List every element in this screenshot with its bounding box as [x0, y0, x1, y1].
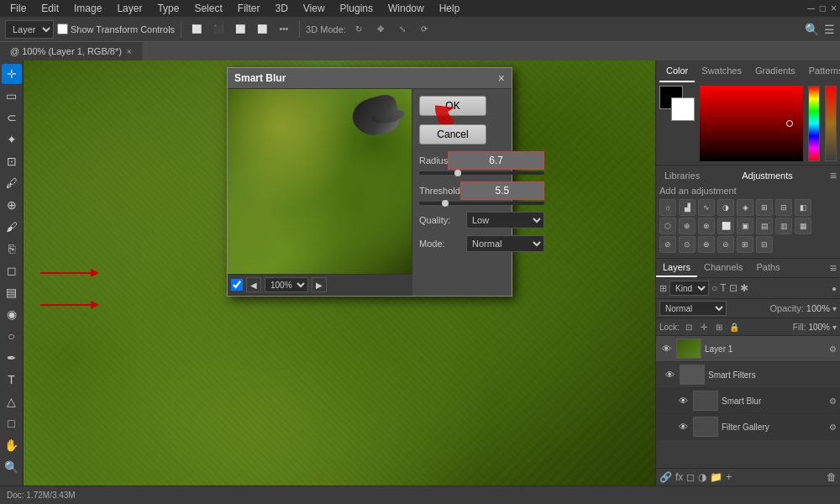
tab-gradients[interactable]: Gradients [748, 64, 802, 82]
crop-tool[interactable]: ⊡ [2, 151, 22, 171]
layer1-visibility-eye[interactable]: 👁 [659, 342, 673, 355]
zoom-tool[interactable]: 🔍 [2, 457, 22, 477]
filter-gallery-layer[interactable]: 👁 Filter Gallery ⚙ [656, 414, 840, 440]
extra-adj-1[interactable]: ⊘ [659, 236, 676, 253]
minimize-btn[interactable]: ─ [807, 3, 815, 14]
3d-roll-btn[interactable]: ⟳ [415, 20, 433, 39]
align-left-btn[interactable]: ⬜ [187, 20, 206, 39]
shape-tool[interactable]: □ [2, 413, 22, 433]
smart-filters-group[interactable]: 👁 Smart Filters [656, 362, 840, 388]
menu-3d[interactable]: 3D [268, 1, 294, 16]
channelmix-adj-icon[interactable]: ⊕ [679, 218, 696, 234]
menu-help[interactable]: Help [433, 1, 467, 16]
preview-next-btn[interactable]: ▶ [312, 277, 327, 292]
gradientmap-adj-icon[interactable]: ▥ [775, 218, 792, 234]
extra-adj-5[interactable]: ⊞ [737, 236, 753, 253]
filter-toggle[interactable]: ● [832, 284, 837, 293]
menu-edit[interactable]: Edit [34, 1, 66, 16]
document-tab[interactable]: @ 100% (Layer 1, RGB/8*) × [0, 42, 143, 60]
radius-slider[interactable] [419, 171, 544, 175]
distribute-btn[interactable]: ⬜ [253, 20, 271, 39]
radius-input[interactable] [448, 151, 544, 170]
threshold-adj-icon[interactable]: ▤ [756, 218, 773, 234]
menu-view[interactable]: View [297, 1, 332, 16]
tab-paths[interactable]: Paths [750, 259, 787, 277]
layer1-settings-icon[interactable]: ⚙ [829, 344, 837, 354]
tab-swatches[interactable]: Swatches [695, 64, 748, 82]
workspace-icon[interactable]: ☰ [824, 23, 835, 36]
dodge-tool[interactable]: ○ [2, 326, 22, 346]
blackwhite-adj-icon[interactable]: ◧ [795, 199, 811, 216]
menu-layer[interactable]: Layer [110, 1, 149, 16]
transform-controls-checkbox[interactable] [57, 24, 68, 34]
quality-select[interactable]: Low Medium High [466, 212, 544, 228]
tab-color[interactable]: Color [659, 64, 695, 82]
invert-adj-icon[interactable]: ⬜ [717, 218, 734, 234]
photofilt-adj-icon[interactable]: ⬡ [659, 218, 676, 234]
add-group-icon[interactable]: 📁 [710, 471, 722, 483]
align-right-btn[interactable]: ⬜ [231, 20, 249, 39]
more-btn[interactable]: ••• [275, 20, 293, 39]
preview-checkbox[interactable] [231, 279, 243, 291]
brush-tool[interactable]: 🖌 [2, 217, 22, 237]
align-center-btn[interactable]: ⬛ [209, 20, 228, 39]
move-tool[interactable]: ✛ [2, 64, 22, 84]
exposure-adj-icon[interactable]: ◑ [717, 199, 734, 216]
extra-adj-4[interactable]: ⊝ [717, 236, 734, 253]
tab-channels[interactable]: Channels [697, 259, 749, 277]
layers-panel-menu[interactable]: ≡ [827, 261, 840, 275]
eraser-tool[interactable]: ◻ [2, 260, 22, 281]
dialog-preview[interactable] [228, 89, 412, 274]
colorbalance-adj-icon[interactable]: ⊟ [775, 199, 792, 216]
menu-select[interactable]: Select [187, 1, 228, 16]
tab-layers[interactable]: Layers [656, 259, 697, 277]
clone-tool[interactable]: ⎘ [2, 239, 22, 259]
extra-adj-3[interactable]: ⊛ [698, 236, 715, 253]
extra-adj-2[interactable]: ⊙ [679, 236, 696, 253]
posterize-adj-icon[interactable]: ▣ [737, 218, 753, 234]
menu-type[interactable]: Type [150, 1, 186, 16]
search-icon[interactable]: 🔍 [805, 23, 819, 36]
lock-artboard-icon[interactable]: ⊞ [712, 320, 726, 333]
filter-gallery-eye[interactable]: 👁 [676, 420, 690, 433]
path-tool[interactable]: △ [2, 391, 22, 412]
hue-slider[interactable] [808, 86, 820, 161]
extra-adj-6[interactable]: ⊟ [756, 236, 773, 253]
dialog-close-btn[interactable]: × [498, 72, 505, 84]
kind-select[interactable]: Kind [669, 281, 709, 296]
gradient-tool[interactable]: ▤ [2, 282, 22, 302]
tab-close-btn[interactable]: × [127, 47, 132, 56]
cancel-button[interactable]: Cancel [419, 124, 486, 144]
tab-adjustments[interactable]: Adjustments [737, 169, 798, 182]
levels-adj-icon[interactable]: ▟ [679, 199, 696, 216]
link-layers-icon[interactable]: 🔗 [659, 471, 672, 483]
mode-select[interactable]: Normal Edge Only Overlay Edge [466, 235, 544, 252]
heal-tool[interactable]: ⊕ [2, 195, 22, 215]
menu-filter[interactable]: Filter [231, 1, 267, 16]
smart-blur-eye[interactable]: 👁 [676, 394, 690, 407]
magic-wand-tool[interactable]: ✦ [2, 129, 22, 150]
colorlookup-adj-icon[interactable]: ⊗ [698, 218, 715, 234]
menu-image[interactable]: Image [67, 1, 108, 16]
filter-gallery-settings-icon[interactable]: ⚙ [829, 423, 837, 432]
3d-pan-btn[interactable]: ✥ [371, 20, 390, 39]
vibrance-adj-icon[interactable]: ◈ [737, 199, 753, 216]
hand-tool[interactable]: ✋ [2, 435, 22, 455]
tool-mode-select[interactable]: Layer [5, 20, 54, 39]
tab-patterns[interactable]: Patterns [802, 64, 840, 82]
curves-adj-icon[interactable]: ∿ [698, 199, 715, 216]
add-layer-icon[interactable]: + [726, 471, 732, 483]
3d-orbit-btn[interactable]: ↻ [349, 20, 368, 39]
huesaturation-adj-icon[interactable]: ⊞ [756, 199, 773, 216]
layer-style-icon[interactable]: fx [675, 471, 683, 483]
preview-prev-btn[interactable]: ◀ [246, 277, 261, 292]
tab-libraries[interactable]: Libraries [659, 169, 705, 182]
preview-zoom-select[interactable]: 100% [265, 277, 308, 292]
color-gradient-container[interactable] [700, 86, 803, 161]
pen-tool[interactable]: ✒ [2, 348, 22, 368]
blur-tool[interactable]: ◉ [2, 304, 22, 324]
delete-layer-icon[interactable]: 🗑 [827, 471, 837, 483]
text-tool[interactable]: T [2, 370, 22, 390]
add-adjustment-icon[interactable]: ◑ [698, 471, 706, 483]
menu-window[interactable]: Window [381, 1, 431, 16]
